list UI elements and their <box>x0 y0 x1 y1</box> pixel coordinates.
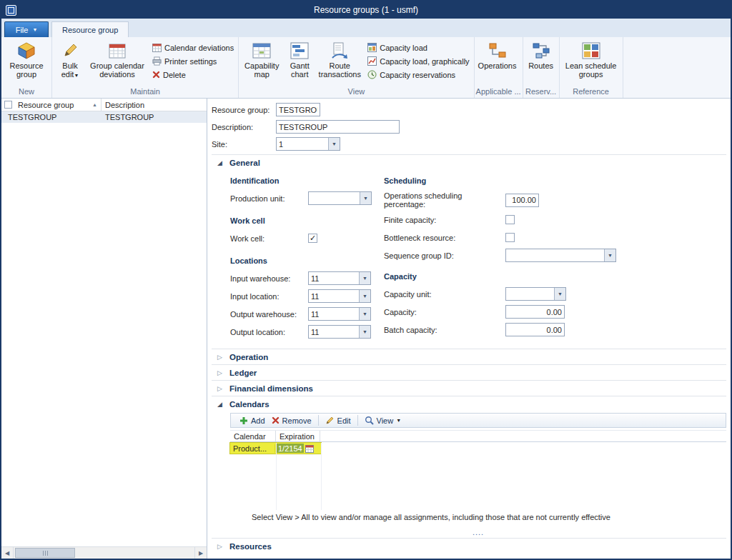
calendar-deviations-button[interactable]: Calendar deviations <box>152 42 234 53</box>
input-location-combobox[interactable]: 11 ▼ <box>308 289 371 303</box>
collapse-triangle-icon[interactable]: ◢ <box>217 159 224 166</box>
tab-resource-group[interactable]: Resource group <box>51 21 129 37</box>
sequence-group-id-value <box>506 249 604 261</box>
column-header-resource-group[interactable]: Resource group ▲ <box>14 99 102 111</box>
route-transactions-button[interactable]: Route transactions <box>316 38 363 79</box>
capacity-load-icon <box>367 43 377 52</box>
file-menu-button[interactable]: File ▼ <box>4 21 49 37</box>
chevron-down-icon[interactable]: ▼ <box>359 290 370 302</box>
expand-triangle-icon[interactable]: ▷ <box>217 354 224 361</box>
sequence-group-id-combobox[interactable]: ▼ <box>505 249 616 262</box>
description-field[interactable] <box>276 120 400 134</box>
operations-button[interactable]: Operations <box>476 38 519 70</box>
horizontal-scrollbar[interactable]: ◀ ▶ <box>1 546 207 559</box>
route-document-icon <box>330 41 349 60</box>
bottleneck-resource-checkbox[interactable] <box>505 233 515 242</box>
section-header-operation[interactable]: ▷ Operation <box>212 349 726 364</box>
section-header-calendars[interactable]: ◢ Calendars <box>212 396 726 411</box>
chevron-down-icon[interactable]: ▼ <box>359 326 370 338</box>
calendars-grid-body: Product... 1/2154 <box>230 443 726 510</box>
routes-button[interactable]: Routes <box>525 38 558 70</box>
capacity-unit-combobox[interactable]: ▼ <box>505 287 566 301</box>
capability-map-button[interactable]: Capability map <box>240 38 283 79</box>
scroll-right-icon[interactable]: ▶ <box>194 547 207 559</box>
production-unit-combobox[interactable]: ▼ <box>308 191 372 205</box>
section-header-financial-dimensions[interactable]: ▷ Financial dimensions <box>212 380 726 396</box>
expand-triangle-icon[interactable]: ▷ <box>217 385 224 392</box>
collapse-triangle-icon[interactable]: ◢ <box>217 401 224 408</box>
list-header-row: Resource group ▲ Description <box>1 99 207 111</box>
list-empty-area <box>1 123 207 546</box>
expand-triangle-icon[interactable]: ▷ <box>217 369 224 376</box>
description-field-label: Description: <box>212 123 276 131</box>
section-header-general[interactable]: ◢ General <box>212 154 726 170</box>
expand-triangle-icon[interactable]: ▷ <box>217 543 224 550</box>
more-indicator[interactable]: .... <box>230 528 726 536</box>
file-menu-label: File <box>16 26 29 34</box>
toolbar-separator <box>318 415 319 426</box>
operations-scheduling-percentage-field[interactable] <box>505 194 539 207</box>
batch-capacity-field[interactable] <box>505 323 565 336</box>
chevron-down-icon[interactable]: ▼ <box>359 308 370 320</box>
output-warehouse-combobox[interactable]: 11 ▼ <box>308 307 371 321</box>
sort-ascending-icon: ▲ <box>92 102 97 107</box>
expiration-cell[interactable]: 1/2154 <box>275 444 320 453</box>
capacity-load-graphically-button[interactable]: Capacity load, graphically <box>367 56 469 66</box>
add-button[interactable]: Add <box>239 416 265 425</box>
view-label: View <box>377 416 394 425</box>
work-cell-label: Work cell: <box>230 234 308 243</box>
list-row-testgroup[interactable]: TESTGROUP TESTGROUP <box>1 111 207 123</box>
section-title-ledger: Ledger <box>229 369 257 377</box>
chevron-down-icon[interactable]: ▼ <box>359 272 370 284</box>
ribbon-group-applicable: Operations Applicable ... <box>475 37 523 98</box>
input-warehouse-value: 11 <box>309 272 359 284</box>
table-map-icon <box>252 41 271 60</box>
column-header-calendar[interactable]: Calendar <box>230 431 276 441</box>
capacity-reservations-button[interactable]: Capacity reservations <box>367 69 469 80</box>
edit-label: Edit <box>337 416 351 425</box>
general-section-body: Identification Production unit: ▼ Work c… <box>212 170 731 349</box>
date-picker-icon[interactable] <box>305 444 314 453</box>
scroll-left-icon[interactable]: ◀ <box>1 547 14 559</box>
chevron-down-icon[interactable]: ▼ <box>328 138 340 150</box>
gantt-chart-button[interactable]: Gantt chart <box>283 38 316 79</box>
chevron-down-icon[interactable]: ▼ <box>604 249 615 261</box>
edit-button[interactable]: Edit <box>325 416 351 425</box>
group-calendar-deviations-button[interactable]: Group calendar deviations <box>86 38 148 79</box>
ribbon-group-reservation: Routes Reserv... <box>523 37 560 98</box>
lean-schedule-groups-button[interactable]: Lean schedule groups <box>561 38 621 79</box>
remove-button[interactable]: Remove <box>272 416 312 425</box>
capacity-field[interactable] <box>505 305 565 319</box>
capacity-load-button[interactable]: Capacity load <box>367 42 469 53</box>
column-header-expiration[interactable]: Expiration <box>276 431 320 441</box>
column-header-description[interactable]: Description <box>102 99 207 111</box>
content-area: Resource group ▲ Description TESTGROUP T… <box>1 99 731 559</box>
capacity-load-label: Capacity load <box>380 44 427 52</box>
calendar-cell-value: Product... <box>230 444 275 453</box>
window-title: Resource groups (1 - usmf) <box>1 5 731 15</box>
finite-capacity-checkbox[interactable] <box>505 215 515 224</box>
chevron-down-icon[interactable]: ▼ <box>554 288 565 300</box>
scrollbar-thumb[interactable] <box>15 548 75 558</box>
section-header-ledger[interactable]: ▷ Ledger <box>212 364 726 380</box>
section-header-resources[interactable]: ▷ Resources <box>212 538 726 554</box>
capacity-unit-value <box>506 288 554 300</box>
resource-group-detail-form: Resource group: Description: Site: 1 ▼ <box>207 99 731 559</box>
chevron-down-icon[interactable]: ▼ <box>360 192 371 204</box>
app-icon <box>6 5 16 16</box>
input-warehouse-combobox[interactable]: 11 ▼ <box>308 271 371 285</box>
bulk-edit-button[interactable]: Bulk edit▼ <box>54 38 86 80</box>
row-resource-group-value: TESTGROUP <box>1 113 102 121</box>
view-menu-button[interactable]: View ▼ <box>365 416 402 425</box>
select-all-checkbox[interactable] <box>4 101 12 109</box>
ribbon-group-reference-label: Reference <box>561 87 621 98</box>
work-cell-checkbox[interactable]: ✓ <box>308 234 317 243</box>
resource-group-field[interactable] <box>276 103 320 116</box>
clock-icon <box>367 70 377 79</box>
printer-settings-button[interactable]: Printer settings <box>152 56 234 66</box>
delete-button[interactable]: Delete <box>152 69 234 80</box>
output-warehouse-label: Output warehouse: <box>230 310 308 319</box>
resource-group-new-button[interactable]: Resource group <box>3 38 50 79</box>
output-location-combobox[interactable]: 11 ▼ <box>308 325 371 339</box>
site-combobox[interactable]: 1 ▼ <box>276 137 340 151</box>
